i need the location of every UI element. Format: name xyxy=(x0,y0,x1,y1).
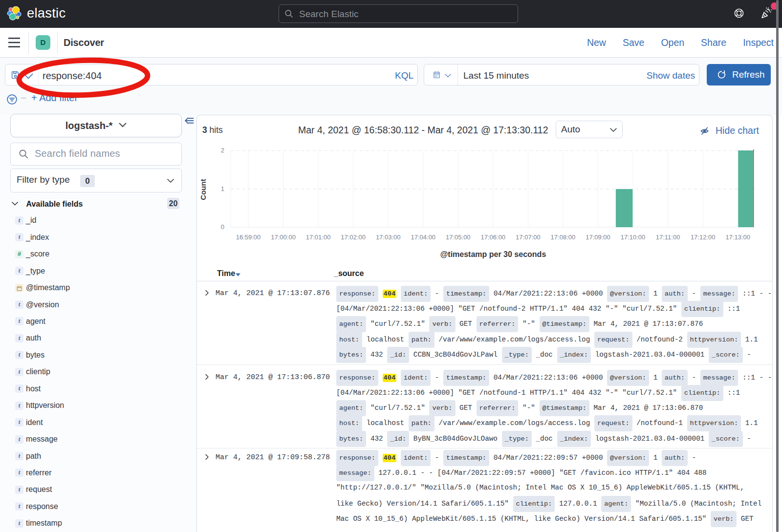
svg-text:17:07:00: 17:07:00 xyxy=(516,234,541,241)
svg-text:17:13:00: 17:13:00 xyxy=(725,234,750,241)
svg-text:1: 1 xyxy=(221,185,224,192)
svg-text:@timestamp per 30 seconds: @timestamp per 30 seconds xyxy=(440,250,546,258)
svg-text:16:59:00: 16:59:00 xyxy=(236,234,261,241)
svg-text:17:11:00: 17:11:00 xyxy=(656,234,680,241)
svg-text:17:12:00: 17:12:00 xyxy=(691,234,716,241)
svg-text:0: 0 xyxy=(221,223,224,231)
svg-text:17:01:00: 17:01:00 xyxy=(306,234,331,241)
svg-text:17:02:00: 17:02:00 xyxy=(341,234,366,241)
svg-text:Count: Count xyxy=(199,179,207,200)
svg-text:17:10:00: 17:10:00 xyxy=(621,234,646,241)
svg-text:17:05:00: 17:05:00 xyxy=(446,234,471,241)
svg-text:17:04:00: 17:04:00 xyxy=(411,234,435,241)
svg-text:17:03:00: 17:03:00 xyxy=(376,234,401,241)
svg-text:17:00:00: 17:00:00 xyxy=(271,234,296,241)
svg-text:17:06:00: 17:06:00 xyxy=(480,234,505,241)
svg-text:17:08:00: 17:08:00 xyxy=(551,234,576,241)
svg-text:17:09:00: 17:09:00 xyxy=(586,234,610,241)
svg-text:2: 2 xyxy=(221,147,224,154)
